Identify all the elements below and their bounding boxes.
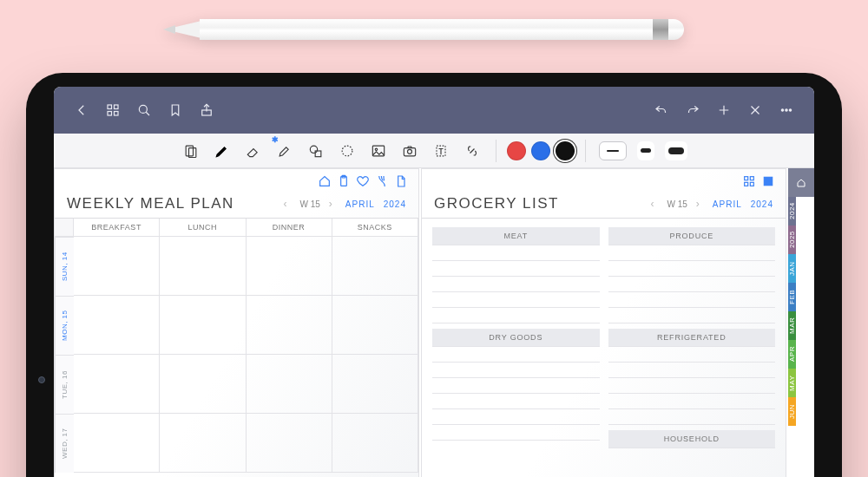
share-button[interactable] [194,98,219,122]
color-swatch-2[interactable] [556,141,575,160]
grocery-line[interactable] [608,292,776,308]
add-button[interactable] [712,98,736,122]
svg-point-20 [375,148,378,151]
stroke-size-2[interactable] [637,141,654,160]
meal-cell[interactable] [74,237,160,296]
grocery-line[interactable] [608,261,776,277]
svg-rect-28 [745,182,748,186]
image-tool[interactable] [365,138,391,164]
svg-rect-1 [115,105,119,109]
side-tab-jun[interactable]: JUN [788,397,796,426]
meal-cell[interactable] [74,355,160,414]
page-grocery-list[interactable]: GROCERY LIST ‹ W 15 › APRIL 2024 MEATDRY… [421,168,786,477]
week-next-r[interactable]: › [696,198,704,210]
meal-cell[interactable] [74,296,160,355]
grocery-line[interactable] [432,363,600,378]
meal-cell[interactable] [247,414,332,473]
grocery-line[interactable] [432,245,600,261]
grocery-line[interactable] [432,394,600,409]
bookmark-button[interactable] [163,98,187,122]
grocery-line[interactable] [432,292,600,308]
side-tab-jan[interactable]: JAN [788,254,796,283]
year-label[interactable]: 2024 [384,199,406,209]
side-tab-2025[interactable]: 2025 [788,225,796,254]
grid-icon[interactable] [742,174,756,188]
more-button[interactable] [774,98,799,122]
meal-cell[interactable] [74,414,160,473]
grocery-line[interactable] [432,409,600,425]
grocery-line[interactable] [432,277,600,292]
week-prev-r[interactable]: ‹ [651,198,659,210]
week-next[interactable]: › [329,198,337,210]
scan-icon[interactable] [761,174,775,188]
meal-cell[interactable] [247,296,332,355]
clipboard-icon[interactable] [337,174,351,188]
zoom-tool[interactable] [178,138,204,164]
svg-line-5 [146,112,149,115]
meal-cell[interactable] [160,237,246,296]
meal-cell[interactable] [247,355,332,414]
day-label[interactable]: WED, 17 [55,414,74,473]
grocery-line[interactable] [432,347,600,363]
grocery-line[interactable] [608,378,776,394]
grocery-line[interactable] [432,425,600,441]
grocery-line[interactable] [608,347,776,363]
close-button[interactable] [743,98,767,122]
side-tab-apr[interactable]: APR [788,340,796,369]
document-icon[interactable] [394,174,408,188]
meal-cell[interactable] [247,237,332,296]
stroke-size-3[interactable] [665,141,687,160]
meal-cell[interactable] [332,296,418,355]
side-tab-feb[interactable]: FEB [788,283,796,311]
meal-cell[interactable] [332,414,418,473]
grocery-line[interactable] [608,277,776,292]
meal-cell[interactable] [332,355,418,414]
thumbnails-button[interactable] [101,98,125,122]
svg-point-22 [408,149,412,154]
grocery-line[interactable] [432,378,600,394]
week-label: W 15 [300,199,320,209]
grocery-line[interactable] [432,308,600,323]
grocery-line[interactable] [608,409,776,425]
search-button[interactable] [132,98,156,122]
grocery-line[interactable] [608,394,776,409]
pen-tool[interactable] [209,138,235,164]
camera-tool[interactable] [397,138,423,164]
meal-column-header: SNACKS [332,219,418,237]
grocery-line[interactable] [608,308,776,323]
shape-tool[interactable] [303,138,329,164]
grocery-line[interactable] [432,261,600,277]
meal-cell[interactable] [160,296,246,355]
week-prev[interactable]: ‹ [284,198,292,210]
meal-cell[interactable] [160,414,246,473]
year-label-r[interactable]: 2024 [751,199,773,209]
text-tool[interactable] [428,138,454,164]
home-icon[interactable] [318,174,332,188]
page-meal-plan[interactable]: WEEKLY MEAL PLAN ‹ W 15 › APRIL 2024 BRE… [54,168,419,477]
meal-cell[interactable] [160,355,246,414]
day-label[interactable]: TUE, 16 [55,355,74,414]
day-label[interactable]: SUN, 14 [55,237,74,296]
stroke-size-1[interactable] [599,141,627,160]
eraser-tool[interactable] [240,138,266,164]
side-tab-2024[interactable]: 2024 [788,197,796,225]
heart-icon[interactable] [356,174,370,188]
color-swatch-0[interactable] [507,141,526,160]
color-swatch-1[interactable] [531,141,550,160]
side-tab-mar[interactable]: MAR [788,311,796,340]
grocery-line[interactable] [608,363,776,378]
meal-cell[interactable] [332,237,418,296]
side-tab-may[interactable]: MAY [788,369,796,397]
undo-button[interactable] [649,98,674,122]
grocery-line[interactable] [608,245,776,261]
back-button[interactable] [69,98,94,122]
whisk-icon[interactable] [375,174,389,188]
side-tabs: 20242025JANFEBMARAPRMAYJUN [788,168,814,477]
side-tab-home[interactable] [788,168,814,197]
redo-button[interactable] [681,98,705,122]
month-label-r[interactable]: APRIL [713,199,742,209]
month-label[interactable]: APRIL [345,199,375,209]
link-tool[interactable] [459,138,485,164]
lasso-tool[interactable] [334,138,360,164]
day-label[interactable]: MON, 15 [55,296,74,355]
